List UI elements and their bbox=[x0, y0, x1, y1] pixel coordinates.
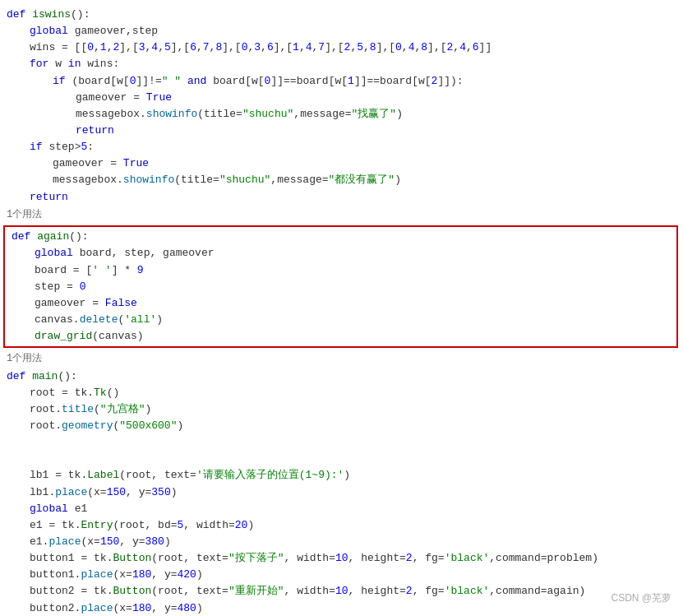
code-line: if (board[w[0]]!=" " and board[w[0]]==bo… bbox=[0, 73, 683, 90]
code-line: e1.place(x=150, y=380) bbox=[0, 534, 683, 550]
code-line: messagebox.showinfo(title="shuchu",messa… bbox=[0, 106, 683, 123]
code-line: button1.place(x=180, y=420) bbox=[0, 567, 683, 583]
code-line: def iswins(): bbox=[0, 7, 683, 23]
code-line: return bbox=[0, 189, 683, 206]
code-line: global gameover,step bbox=[0, 23, 683, 39]
watermark: CSDN @芜萝 bbox=[611, 591, 671, 606]
code-line: return bbox=[0, 123, 683, 139]
code-line: board = [' '] * 9 bbox=[5, 262, 676, 279]
code-line: messagebox.showinfo(title="shuchu",messa… bbox=[0, 172, 683, 188]
code-line: global board, step, gameover bbox=[5, 245, 676, 262]
code-line: root.title("九宫格") bbox=[0, 401, 683, 418]
code-line: for w in wins: bbox=[0, 56, 683, 72]
code-line: gameover = True bbox=[0, 155, 683, 172]
code-line: button1 = tk.Button(root, text="按下落子", w… bbox=[0, 550, 683, 567]
usage-note-main: 1个用法 bbox=[0, 350, 683, 368]
code-line: def main(): bbox=[0, 368, 683, 385]
code-line: global e1 bbox=[0, 501, 683, 517]
code-line: e1 = tk.Entry(root, bd=5, width=20) bbox=[0, 517, 683, 534]
code-line: wins = [[0,1,2],[3,4,5],[6,7,8],[0,3,6],… bbox=[0, 39, 683, 56]
code-line: button2.place(x=180, y=480) bbox=[0, 600, 683, 616]
empty-line bbox=[0, 434, 683, 451]
code-line: gameover = True bbox=[0, 90, 683, 106]
code-container: def iswins(): global gameover,step wins … bbox=[0, 0, 683, 616]
code-line: root = tk.Tk() bbox=[0, 385, 683, 401]
highlight-box-again: def again(): global board, step, gameove… bbox=[3, 225, 678, 348]
code-line: lb1 = tk.Label(root, text='请要输入落子的位置(1~9… bbox=[0, 467, 683, 484]
code-line: step = 0 bbox=[5, 279, 676, 295]
code-line: def again(): bbox=[5, 229, 676, 245]
code-line: gameover = False bbox=[5, 295, 676, 312]
usage-note-again: 1个用法 bbox=[0, 206, 683, 225]
code-line: button2 = tk.Button(root, text="重新开始", w… bbox=[0, 583, 683, 600]
code-line: root.geometry("500x600") bbox=[0, 418, 683, 434]
code-line: draw_grid(canvas) bbox=[5, 328, 676, 345]
empty-line bbox=[0, 451, 683, 467]
code-line: lb1.place(x=150, y=350) bbox=[0, 484, 683, 501]
code-line: if step>5: bbox=[0, 139, 683, 155]
code-line: canvas.delete('all') bbox=[5, 312, 676, 328]
